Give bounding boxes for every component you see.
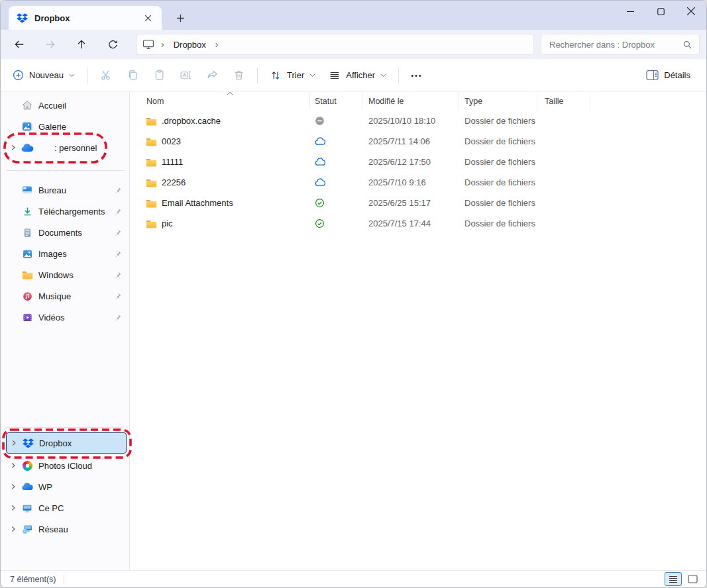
file-name: 0023: [162, 136, 181, 146]
chevron-down-icon: [69, 74, 75, 77]
new-tab-button[interactable]: [172, 10, 189, 26]
command-bar: Nouveau: [1, 59, 706, 92]
chevron-right-icon[interactable]: [6, 462, 21, 469]
pin-icon: [111, 313, 124, 322]
close-button[interactable]: [676, 1, 706, 22]
paste-button[interactable]: [146, 64, 172, 87]
sidebar-item-desktop[interactable]: Bureau: [6, 179, 127, 201]
video-icon: [21, 311, 34, 323]
share-button[interactable]: [199, 64, 225, 87]
refresh-button[interactable]: [101, 34, 125, 55]
sidebar-item-gallery[interactable]: Galerie: [6, 116, 127, 137]
sidebar-divider: [6, 427, 124, 428]
sidebar-item-label: Téléchargements: [38, 207, 111, 217]
chevron-right-icon[interactable]: [6, 483, 21, 490]
chevron-right-icon[interactable]: [6, 505, 21, 511]
sidebar-item-label: Galerie: [38, 122, 127, 132]
sidebar-item-home[interactable]: Accueil: [6, 95, 127, 116]
forward-button[interactable]: [38, 34, 62, 55]
chevron-right-icon[interactable]: [6, 526, 21, 532]
view-button-label: Afficher: [346, 70, 375, 80]
chevron-right-icon[interactable]: [6, 144, 21, 151]
folder-icon: [146, 137, 157, 146]
sidebar-item-icloud-photos[interactable]: Photos iCloud: [6, 455, 127, 476]
table-row[interactable]: 22256 2025/7/10 9:16 Dossier de fichiers: [130, 172, 707, 193]
gallery-icon: [21, 121, 34, 132]
details-view-button[interactable]: [665, 572, 682, 586]
maximize-button[interactable]: [645, 1, 676, 22]
copy-button[interactable]: [119, 64, 146, 87]
status-online-only-icon: [315, 178, 325, 187]
new-button[interactable]: Nouveau: [6, 66, 82, 85]
folder-icon: [146, 199, 157, 208]
file-type: Dossier de fichiers: [459, 177, 537, 187]
table-row[interactable]: Email Attachments 2025/6/25 15:17 Dossie…: [130, 193, 707, 213]
details-pane-button[interactable]: Détails: [639, 66, 697, 85]
pin-icon: [111, 250, 124, 258]
sidebar-item-windows-folder[interactable]: Windows: [6, 264, 127, 285]
minimize-button[interactable]: [615, 1, 645, 22]
column-header-modified[interactable]: Modifié le: [362, 92, 459, 110]
sidebar-item-documents[interactable]: Documents: [6, 222, 127, 243]
file-name: pic: [162, 219, 173, 228]
breadcrumb-chevron-icon: ›: [161, 39, 164, 50]
file-list: Nom Statut Modifié le Type Taille: [130, 92, 707, 571]
computer-icon: [21, 502, 34, 514]
explorer-tab[interactable]: Dropbox: [9, 6, 162, 30]
this-pc-icon: [142, 39, 154, 50]
pin-icon: [111, 271, 124, 279]
sidebar-item-this-pc[interactable]: Ce PC: [6, 497, 127, 518]
view-button[interactable]: Afficher: [322, 66, 393, 85]
sidebar-item-pictures[interactable]: Images: [6, 243, 127, 264]
rename-button[interactable]: [172, 64, 199, 87]
search-input[interactable]: [549, 40, 682, 50]
more-options-button[interactable]: •••: [404, 72, 429, 79]
window-controls: [615, 1, 706, 22]
table-row[interactable]: 11111 2025/6/12 17:50 Dossier de fichier…: [130, 152, 707, 172]
back-button[interactable]: [7, 34, 31, 55]
file-name: Email Attachments: [162, 198, 233, 208]
cut-button[interactable]: [93, 64, 119, 87]
tab-bar: Dropbox: [1, 1, 706, 30]
sort-button[interactable]: Trier: [263, 66, 322, 85]
large-icons-view-button[interactable]: [684, 572, 701, 586]
file-explorer-window: Dropbox: [0, 0, 707, 588]
toolbar-divider: [398, 68, 399, 83]
sidebar-item-label: WP: [38, 482, 127, 492]
column-header-status[interactable]: Statut: [310, 92, 362, 110]
navigation-bar: › Dropbox ›: [1, 30, 706, 59]
sidebar-item-wp-cloud[interactable]: WP: [6, 476, 127, 497]
sidebar-item-label: Vidéos: [38, 313, 111, 322]
status-divider: [64, 575, 64, 584]
table-row[interactable]: 0023 2025/7/11 14:06 Dossier de fichiers: [130, 131, 707, 152]
sidebar-item-label: Ce PC: [38, 503, 127, 513]
navigation-pane: Accueil Galerie: [1, 92, 130, 571]
tab-close-icon[interactable]: [140, 11, 155, 25]
sidebar-item-label: Réseau: [38, 524, 127, 534]
up-button[interactable]: [70, 34, 93, 55]
search-icon[interactable]: [682, 40, 692, 50]
toolbar-divider: [257, 68, 258, 83]
delete-button[interactable]: [225, 64, 252, 87]
address-bar[interactable]: › Dropbox ›: [136, 34, 534, 55]
sidebar-item-videos[interactable]: Vidéos: [6, 307, 127, 328]
pin-icon: [111, 228, 124, 237]
file-type: Dossier de fichiers: [459, 157, 537, 167]
column-header-size[interactable]: Taille: [537, 92, 590, 110]
sidebar-item-network[interactable]: Réseau: [6, 518, 127, 540]
table-row[interactable]: .dropbox.cache 2025/10/10 18:10 Dossier …: [130, 111, 707, 131]
column-header-type[interactable]: Type: [459, 92, 537, 110]
sidebar-item-dropbox[interactable]: Dropbox: [6, 432, 127, 454]
sidebar-item-downloads[interactable]: Téléchargements: [6, 201, 127, 222]
breadcrumb-item[interactable]: Dropbox: [171, 40, 209, 50]
sidebar-item-label: Musique: [38, 291, 111, 301]
chevron-right-icon[interactable]: [7, 440, 21, 446]
sidebar-item-music[interactable]: Musique: [6, 285, 127, 307]
column-header-name[interactable]: Nom: [130, 92, 310, 110]
table-row[interactable]: pic 2025/7/15 17:44 Dossier de fichiers: [130, 213, 707, 234]
sidebar-item-label: Accueil: [38, 101, 127, 111]
chevron-down-icon: [380, 74, 386, 77]
sidebar-item-onedrive-personnel[interactable]: : personnel: [6, 137, 127, 158]
icloud-photos-icon: [21, 460, 34, 471]
breadcrumb-chevron-icon: ›: [215, 39, 219, 50]
